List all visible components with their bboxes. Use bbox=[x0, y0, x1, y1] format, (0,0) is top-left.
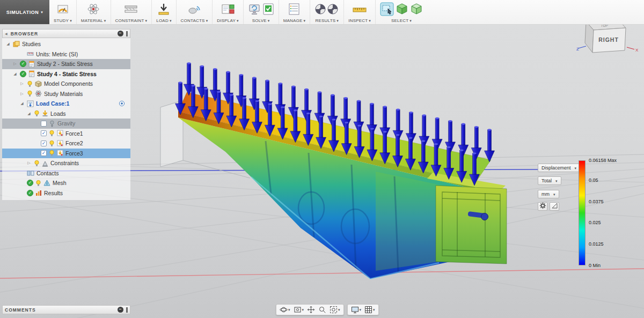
tree-item-mesh[interactable]: ✓Mesh bbox=[2, 178, 130, 188]
workspace-switcher[interactable]: SIMULATION ▾ bbox=[0, 0, 49, 24]
constraint-icon[interactable] bbox=[124, 3, 138, 16]
browser-panel-header[interactable]: ◀ BROWSER − bbox=[2, 29, 130, 38]
tree-item-results[interactable]: ✓Results bbox=[2, 188, 130, 198]
visibility-checkbox[interactable] bbox=[41, 121, 47, 127]
panel-drag-handle[interactable] bbox=[126, 307, 128, 313]
expander-expanded-icon[interactable]: ◢ bbox=[5, 42, 11, 46]
radio-icon[interactable] bbox=[119, 100, 125, 107]
comments-panel-header[interactable]: COMMENTS − bbox=[2, 305, 130, 314]
bulb-icon[interactable] bbox=[34, 160, 40, 167]
tree-item-study-4-static-stress[interactable]: ◢✓Study 4 - Static Stress bbox=[2, 69, 130, 79]
result-component-dropdown[interactable]: Total ▾ bbox=[538, 176, 561, 185]
tree-item-load-case-1[interactable]: ◢Load Case:1 bbox=[2, 99, 130, 109]
tree-item-label: Force2 bbox=[65, 140, 83, 146]
visibility-checkbox[interactable]: ✓ bbox=[41, 150, 47, 156]
result-type-dropdown[interactable]: Displacement ▾ bbox=[538, 164, 580, 172]
bulb-icon[interactable] bbox=[34, 110, 40, 117]
toolbar-group-select[interactable]: SELECT▾ bbox=[376, 0, 427, 24]
toolbar-group-label: SELECT bbox=[391, 18, 408, 23]
tree-item-contacts[interactable]: Contacts bbox=[2, 168, 130, 179]
chevron-down-icon: ▾ bbox=[145, 19, 148, 23]
tree-item-study-materials[interactable]: ▷Study Materials bbox=[2, 89, 130, 99]
expander-expanded-icon[interactable]: ◢ bbox=[26, 112, 32, 116]
toolbar-group-manage[interactable]: MANAGE▾ bbox=[279, 0, 311, 24]
tree-item-label: Contacts bbox=[36, 170, 58, 176]
toolbar-group-contacts[interactable]: CONTACTS▾ bbox=[177, 0, 213, 24]
manage-icon[interactable] bbox=[288, 3, 300, 16]
select-component-icon[interactable] bbox=[410, 2, 423, 16]
results-animate-icon[interactable] bbox=[314, 3, 339, 16]
tree-item-gravity[interactable]: Gravity bbox=[2, 119, 130, 129]
model-end-face[interactable] bbox=[436, 186, 507, 264]
tree-item-label: Force3 bbox=[65, 150, 83, 157]
orbit-button[interactable]: ▾ bbox=[279, 305, 291, 314]
expander-collapsed-icon[interactable]: ▷ bbox=[19, 82, 25, 86]
panel-drag-handle[interactable] bbox=[126, 31, 128, 36]
tree-item-loads[interactable]: ◢Loads bbox=[2, 109, 130, 119]
nav-tools-group: ▾ ▾ ▾ bbox=[276, 304, 344, 315]
study-doc-icon bbox=[28, 70, 35, 77]
collapse-left-icon[interactable]: ◀ bbox=[5, 32, 8, 35]
fit-button[interactable]: ▾ bbox=[328, 305, 341, 314]
x-axis-indicator bbox=[627, 47, 634, 49]
toolbar-group-study[interactable]: STUDY▾ bbox=[49, 0, 77, 24]
expander-collapsed-icon[interactable]: ▷ bbox=[26, 161, 32, 165]
chevron-down-icon: ▾ bbox=[206, 19, 208, 23]
solve-icon[interactable] bbox=[248, 3, 261, 16]
precheck-icon[interactable] bbox=[262, 3, 274, 16]
result-unit-dropdown[interactable]: mm ▾ bbox=[538, 190, 559, 198]
tree-item-force1[interactable]: ✓Force1 bbox=[2, 129, 130, 139]
bulb-icon[interactable] bbox=[27, 80, 33, 87]
inspect-icon[interactable] bbox=[353, 3, 367, 16]
zoom-button[interactable] bbox=[317, 305, 327, 314]
tree-item-force3[interactable]: ✓Force3 bbox=[2, 149, 130, 159]
toolbar-group-solve[interactable]: SOLVE▾ bbox=[244, 0, 279, 24]
display-icon[interactable] bbox=[221, 3, 235, 16]
chevron-down-icon: ▾ bbox=[237, 19, 239, 23]
panel-menu-icon[interactable]: − bbox=[118, 31, 123, 36]
toolbar-group-material[interactable]: MATERIAL▾ bbox=[77, 0, 111, 24]
load-arrow[interactable] bbox=[485, 129, 495, 162]
fusion-simulation-window: SIMULATION ▾ STUDY▾ MATERIAL▾ CONSTRAINT… bbox=[0, 0, 644, 318]
panel-menu-icon[interactable]: − bbox=[118, 307, 123, 313]
select-window-icon[interactable] bbox=[380, 2, 394, 16]
tree-item-model-components[interactable]: ▷Model Components bbox=[2, 79, 130, 89]
expander-expanded-icon[interactable]: ◢ bbox=[19, 101, 25, 106]
expander-collapsed-icon[interactable]: ▷ bbox=[12, 62, 18, 66]
material-icon[interactable] bbox=[87, 3, 100, 16]
tree-item-studies[interactable]: ◢Studies bbox=[2, 39, 130, 49]
tree-item-constraints[interactable]: ▷Constraints bbox=[2, 158, 130, 168]
chevron-down-icon: ▾ bbox=[302, 308, 304, 312]
display-settings-button[interactable]: ▾ bbox=[350, 305, 363, 314]
grid-settings-button[interactable]: ▾ bbox=[363, 305, 376, 314]
toolbar-group-results[interactable]: RESULTS▾ bbox=[310, 0, 344, 24]
toolbar-group-display[interactable]: DISPLAY▾ bbox=[213, 0, 243, 24]
legend-settings-button[interactable] bbox=[538, 202, 547, 211]
toolbar-group-inspect[interactable]: INSPECT▾ bbox=[344, 0, 376, 24]
tree-item-units-metric-si[interactable]: Units: Metric (SI) bbox=[2, 49, 130, 60]
results-icon bbox=[35, 190, 42, 196]
look-at-button[interactable]: ▾ bbox=[292, 305, 305, 314]
result-unit-value: mm bbox=[541, 191, 550, 197]
select-body-icon[interactable] bbox=[396, 2, 408, 16]
pan-button[interactable] bbox=[306, 305, 316, 314]
contacts-icon[interactable] bbox=[187, 3, 201, 16]
bulb-icon[interactable] bbox=[27, 90, 33, 97]
expander-collapsed-icon[interactable]: ▷ bbox=[19, 92, 25, 96]
force-icon bbox=[57, 150, 63, 157]
toolbar-group-load[interactable]: LOAD▾ bbox=[152, 0, 176, 24]
load-icon[interactable] bbox=[157, 3, 170, 16]
expander-expanded-icon[interactable]: ◢ bbox=[12, 72, 18, 76]
tree-item-force2[interactable]: ✓Force2 bbox=[2, 138, 130, 149]
study-icon[interactable] bbox=[56, 3, 69, 16]
bulb-icon[interactable] bbox=[49, 150, 55, 157]
visibility-checkbox[interactable]: ✓ bbox=[41, 140, 47, 146]
visibility-checkbox[interactable]: ✓ bbox=[41, 130, 47, 136]
bulb-icon[interactable] bbox=[35, 180, 41, 187]
toolbar-group-constraint[interactable]: CONSTRAINT▾ bbox=[111, 0, 152, 24]
tree-item-study-2-static-stress[interactable]: ▷✓Study 2 - Static Stress bbox=[2, 59, 130, 69]
deformation-scale-button[interactable] bbox=[550, 202, 559, 211]
bulb-icon[interactable] bbox=[49, 140, 55, 147]
bulb-icon[interactable] bbox=[49, 130, 55, 137]
chevron-down-icon: ▾ bbox=[553, 193, 555, 196]
